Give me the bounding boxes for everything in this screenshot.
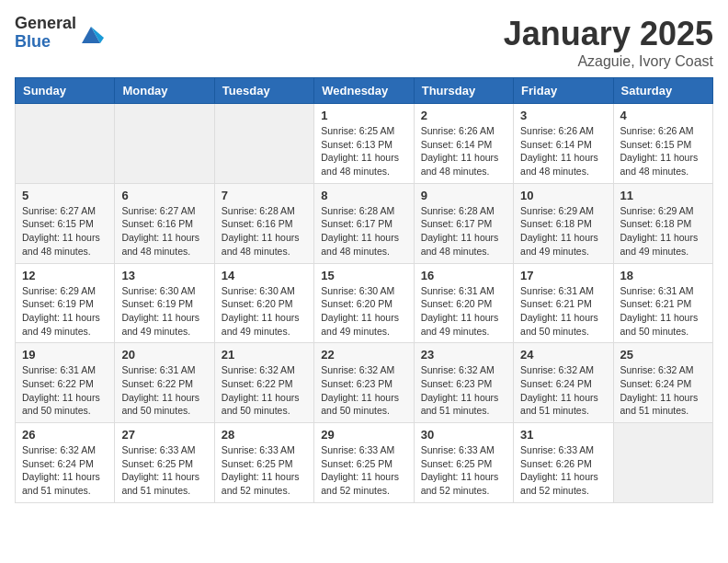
day-info: Sunrise: 6:31 AM Sunset: 6:21 PM Dayligh… [520,284,606,339]
day-number: 24 [520,348,606,362]
calendar-cell: 30Sunrise: 6:33 AM Sunset: 6:25 PM Dayli… [414,423,513,503]
day-info: Sunrise: 6:33 AM Sunset: 6:25 PM Dayligh… [321,443,406,498]
calendar-week-row: 12Sunrise: 6:29 AM Sunset: 6:19 PM Dayli… [16,263,713,343]
day-info: Sunrise: 6:32 AM Sunset: 6:24 PM Dayligh… [620,363,706,418]
day-of-week-header: Wednesday [314,78,414,104]
day-info: Sunrise: 6:33 AM Sunset: 6:25 PM Dayligh… [421,443,506,498]
day-info: Sunrise: 6:29 AM Sunset: 6:18 PM Dayligh… [520,204,606,259]
day-info: Sunrise: 6:27 AM Sunset: 6:15 PM Dayligh… [22,204,108,259]
day-info: Sunrise: 6:30 AM Sunset: 6:20 PM Dayligh… [321,284,406,339]
calendar-cell: 16Sunrise: 6:31 AM Sunset: 6:20 PM Dayli… [414,263,513,343]
day-number: 25 [620,348,706,362]
day-number: 17 [520,269,606,282]
day-of-week-header: Tuesday [214,78,313,104]
day-info: Sunrise: 6:32 AM Sunset: 6:24 PM Dayligh… [22,443,108,498]
day-number: 28 [222,428,307,442]
logo-blue: Blue [15,33,76,52]
calendar-cell: 27Sunrise: 6:33 AM Sunset: 6:25 PM Dayli… [115,423,214,503]
day-number: 14 [222,269,307,282]
day-of-week-header: Monday [115,78,214,104]
calendar-cell: 15Sunrise: 6:30 AM Sunset: 6:20 PM Dayli… [314,263,414,343]
day-number: 20 [121,348,207,362]
calendar-cell [115,104,214,184]
calendar-cell: 14Sunrise: 6:30 AM Sunset: 6:20 PM Dayli… [214,263,313,343]
day-info: Sunrise: 6:32 AM Sunset: 6:24 PM Dayligh… [520,363,606,418]
calendar-cell: 1Sunrise: 6:25 AM Sunset: 6:13 PM Daylig… [314,104,414,184]
day-info: Sunrise: 6:28 AM Sunset: 6:17 PM Dayligh… [421,204,506,259]
day-info: Sunrise: 6:32 AM Sunset: 6:22 PM Dayligh… [222,363,307,418]
day-number: 15 [321,269,406,282]
day-info: Sunrise: 6:26 AM Sunset: 6:15 PM Dayligh… [620,124,706,178]
day-info: Sunrise: 6:31 AM Sunset: 6:21 PM Dayligh… [620,284,706,339]
day-info: Sunrise: 6:26 AM Sunset: 6:14 PM Dayligh… [421,124,506,178]
day-number: 7 [222,189,307,202]
calendar-cell: 29Sunrise: 6:33 AM Sunset: 6:25 PM Dayli… [314,423,414,503]
calendar-cell [613,423,712,503]
calendar-cell: 21Sunrise: 6:32 AM Sunset: 6:22 PM Dayli… [214,343,313,423]
day-info: Sunrise: 6:28 AM Sunset: 6:16 PM Dayligh… [222,204,307,259]
calendar-week-row: 19Sunrise: 6:31 AM Sunset: 6:22 PM Dayli… [16,343,713,423]
calendar-cell [214,104,313,184]
calendar-cell: 20Sunrise: 6:31 AM Sunset: 6:22 PM Dayli… [115,343,214,423]
day-number: 19 [22,348,108,362]
calendar-cell: 8Sunrise: 6:28 AM Sunset: 6:17 PM Daylig… [314,183,414,263]
day-number: 9 [421,189,506,202]
calendar-cell: 9Sunrise: 6:28 AM Sunset: 6:17 PM Daylig… [414,183,513,263]
calendar-cell: 24Sunrise: 6:32 AM Sunset: 6:24 PM Dayli… [514,343,613,423]
calendar-cell: 19Sunrise: 6:31 AM Sunset: 6:22 PM Dayli… [16,343,115,423]
calendar-cell: 26Sunrise: 6:32 AM Sunset: 6:24 PM Dayli… [16,423,115,503]
day-info: Sunrise: 6:27 AM Sunset: 6:16 PM Dayligh… [121,204,207,259]
day-info: Sunrise: 6:29 AM Sunset: 6:18 PM Dayligh… [620,204,706,259]
day-info: Sunrise: 6:28 AM Sunset: 6:17 PM Dayligh… [321,204,406,259]
day-info: Sunrise: 6:31 AM Sunset: 6:22 PM Dayligh… [22,363,108,418]
day-info: Sunrise: 6:30 AM Sunset: 6:19 PM Dayligh… [121,284,207,339]
day-number: 2 [421,109,506,122]
day-number: 31 [520,428,606,442]
title-block: January 2025 Azaguie, Ivory Coast [504,15,713,70]
calendar-table: SundayMondayTuesdayWednesdayThursdayFrid… [15,77,713,503]
calendar-cell: 28Sunrise: 6:33 AM Sunset: 6:25 PM Dayli… [214,423,313,503]
day-number: 27 [121,428,207,442]
calendar-week-row: 26Sunrise: 6:32 AM Sunset: 6:24 PM Dayli… [16,423,713,503]
day-number: 12 [22,269,108,282]
calendar-cell: 18Sunrise: 6:31 AM Sunset: 6:21 PM Dayli… [613,263,712,343]
calendar-cell: 23Sunrise: 6:32 AM Sunset: 6:23 PM Dayli… [414,343,513,423]
day-of-week-header: Thursday [414,78,513,104]
day-number: 13 [121,269,207,282]
day-number: 21 [222,348,307,362]
day-info: Sunrise: 6:31 AM Sunset: 6:20 PM Dayligh… [421,284,506,339]
day-info: Sunrise: 6:33 AM Sunset: 6:25 PM Dayligh… [222,443,307,498]
calendar-cell: 3Sunrise: 6:26 AM Sunset: 6:14 PM Daylig… [514,104,613,184]
calendar-cell [16,104,115,184]
day-number: 6 [121,189,207,202]
calendar-cell: 31Sunrise: 6:33 AM Sunset: 6:26 PM Dayli… [514,423,613,503]
day-number: 1 [321,109,406,122]
day-of-week-header: Saturday [613,78,712,104]
calendar-cell: 17Sunrise: 6:31 AM Sunset: 6:21 PM Dayli… [514,263,613,343]
calendar-cell: 13Sunrise: 6:30 AM Sunset: 6:19 PM Dayli… [115,263,214,343]
day-of-week-header: Friday [514,78,613,104]
location-title: Azaguie, Ivory Coast [504,53,713,70]
calendar-cell: 22Sunrise: 6:32 AM Sunset: 6:23 PM Dayli… [314,343,414,423]
day-number: 5 [22,189,108,202]
day-number: 23 [421,348,506,362]
day-info: Sunrise: 6:32 AM Sunset: 6:23 PM Dayligh… [321,363,406,418]
page-header: General Blue January 2025 Azaguie, Ivory… [15,15,713,70]
day-info: Sunrise: 6:33 AM Sunset: 6:25 PM Dayligh… [121,443,207,498]
day-number: 3 [520,109,606,122]
day-number: 26 [22,428,108,442]
day-number: 11 [620,189,706,202]
day-info: Sunrise: 6:26 AM Sunset: 6:14 PM Dayligh… [520,124,606,178]
day-info: Sunrise: 6:31 AM Sunset: 6:22 PM Dayligh… [121,363,207,418]
logo: General Blue [15,15,104,52]
calendar-cell: 11Sunrise: 6:29 AM Sunset: 6:18 PM Dayli… [613,183,712,263]
day-of-week-header: Sunday [16,78,115,104]
calendar-cell: 2Sunrise: 6:26 AM Sunset: 6:14 PM Daylig… [414,104,513,184]
day-number: 29 [321,428,406,442]
calendar-cell: 7Sunrise: 6:28 AM Sunset: 6:16 PM Daylig… [214,183,313,263]
day-number: 22 [321,348,406,362]
day-info: Sunrise: 6:29 AM Sunset: 6:19 PM Dayligh… [22,284,108,339]
month-title: January 2025 [504,15,713,53]
day-info: Sunrise: 6:30 AM Sunset: 6:20 PM Dayligh… [222,284,307,339]
calendar-cell: 12Sunrise: 6:29 AM Sunset: 6:19 PM Dayli… [16,263,115,343]
